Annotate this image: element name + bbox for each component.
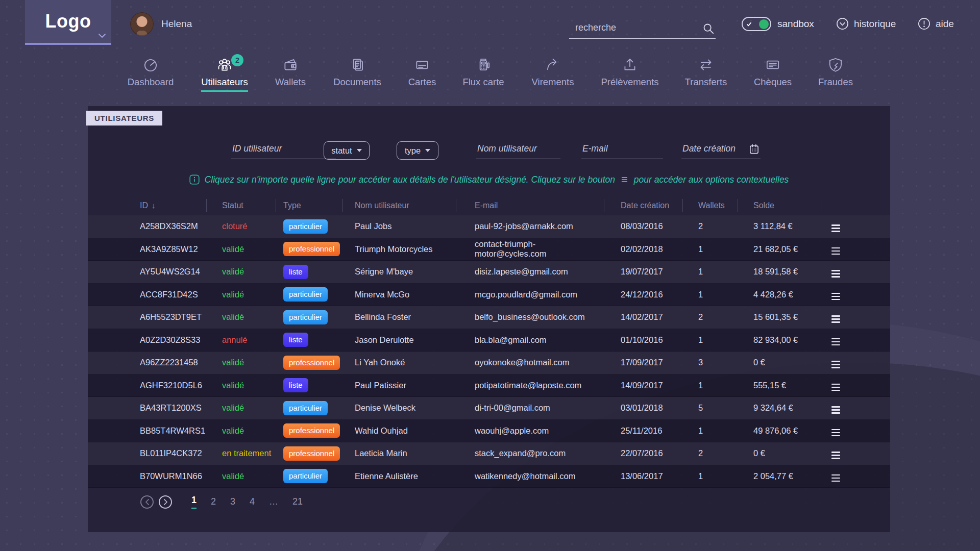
row-menu-button[interactable] — [829, 449, 842, 462]
column-header-type[interactable]: Type — [276, 199, 343, 212]
search-field — [569, 19, 716, 39]
table-row[interactable]: BA43RT1200XSvalidéparticulierDenise Welb… — [88, 397, 890, 420]
cell-email: disiz.lapeste@gmail.com — [456, 267, 604, 277]
search-icon[interactable] — [702, 22, 715, 35]
cell-nom: Sérigne M'baye — [343, 267, 456, 277]
caret-down-icon — [425, 149, 430, 152]
cell-actions — [821, 400, 890, 416]
cell-actions — [821, 468, 890, 484]
history-button[interactable]: historique — [836, 17, 896, 31]
tab-virements[interactable]: Virements — [514, 56, 591, 88]
cell-id: AGHF3210D5L6 — [88, 381, 207, 390]
column-header-e-mail[interactable]: E-mail — [456, 199, 604, 212]
sandbox-toggle[interactable] — [742, 17, 771, 31]
users-panel: UTILISATEURS statut type Cliquez sur n'i… — [88, 106, 890, 532]
terminal-icon — [445, 56, 522, 74]
cell-nom: Laeticia Marin — [343, 448, 456, 458]
row-menu-button[interactable] — [829, 381, 842, 394]
cell-type: professionnel — [276, 446, 343, 461]
tab-utilisateurs[interactable]: 2Utilisateurs — [186, 56, 263, 92]
row-menu-button[interactable] — [829, 290, 842, 303]
row-menu-button[interactable] — [829, 245, 842, 258]
page-title: UTILISATEURS — [86, 111, 162, 126]
column-header-wallets[interactable]: Wallets — [683, 199, 738, 212]
cell-email: potipatotimate@laposte.com — [456, 381, 604, 390]
cell-wallets: 1 — [683, 290, 738, 299]
row-menu-button[interactable] — [829, 427, 842, 439]
pagination-page-…[interactable]: … — [269, 496, 278, 507]
row-menu-button[interactable] — [829, 313, 842, 325]
users-icon — [186, 56, 263, 74]
table-row[interactable]: BB85T4RW4RS1validéprofessionnelWahid Ouh… — [88, 420, 890, 443]
cell-type: particulier — [276, 310, 343, 324]
info-text-before: Cliquez sur n'importe quelle ligne pour … — [205, 174, 615, 185]
logo-menu[interactable]: Logo — [25, 0, 111, 45]
table-row[interactable]: AY5U4WS2G14validélisteSérigne M'bayedisi… — [88, 261, 890, 284]
type-badge: particulier — [283, 310, 328, 324]
row-menu-button[interactable] — [829, 267, 842, 280]
cell-email: bla.bla@gmail.com — [456, 335, 604, 345]
cell-id: AY5U4WS2G14 — [88, 267, 207, 277]
filter-email-input[interactable] — [581, 143, 663, 159]
pagination-page-4[interactable]: 4 — [250, 496, 255, 507]
tab-pr-l-vements[interactable]: Prélèvements — [592, 56, 668, 88]
table-row[interactable]: A258DX36S2McloturéparticulierPaul Jobspa… — [88, 215, 890, 238]
column-header-solde[interactable]: Solde — [738, 199, 821, 212]
pagination-prev-button[interactable] — [140, 495, 154, 509]
tab-label: Virements — [532, 77, 574, 88]
row-menu-button[interactable] — [829, 358, 842, 371]
column-header-label: E-mail — [475, 201, 498, 210]
table-row[interactable]: A6H5523DT9ETvalidéparticulierBellinda Fo… — [88, 306, 890, 329]
cell-wallets: 1 — [683, 381, 738, 390]
sort-desc-icon: ↓ — [152, 201, 156, 210]
filter-type-select[interactable]: type — [397, 141, 438, 160]
tab-dashboard[interactable]: Dashboard — [112, 56, 189, 88]
column-header-nom-utilisateur[interactable]: Nom utilisateur — [343, 199, 456, 212]
column-header-label: Wallets — [698, 201, 725, 210]
column-header-date-cr-ation[interactable]: Date création — [604, 199, 683, 212]
column-header-id[interactable]: ID↓ — [88, 199, 207, 212]
column-header-statut[interactable]: Statut — [207, 199, 276, 212]
cell-nom: Denise Welbeck — [343, 403, 456, 413]
pagination-page-2[interactable]: 2 — [211, 496, 216, 507]
user-menu[interactable]: Helena — [130, 12, 192, 36]
user-name: Helena — [161, 18, 192, 30]
filter-nom-input[interactable] — [476, 143, 560, 159]
cell-statut: validé — [207, 312, 276, 322]
search-input[interactable] — [569, 22, 702, 38]
table-row[interactable]: AGHF3210D5L6validélistePaul Patissierpot… — [88, 374, 890, 397]
filter-statut-select[interactable]: statut — [324, 141, 370, 160]
send-icon — [514, 56, 591, 74]
row-menu-button[interactable] — [829, 404, 842, 416]
help-button[interactable]: aide — [917, 17, 954, 31]
row-menu-button[interactable] — [829, 336, 842, 348]
tab-flux-carte[interactable]: Flux carte — [445, 56, 522, 88]
pagination-next-button[interactable] — [159, 495, 172, 509]
cell-actions — [821, 332, 890, 348]
tab-transferts[interactable]: Transferts — [668, 56, 744, 88]
pagination-page-3[interactable]: 3 — [230, 496, 235, 507]
tab-wallets[interactable]: Wallets — [252, 56, 329, 88]
pagination-page-21[interactable]: 21 — [292, 496, 303, 507]
table-row[interactable]: ACC8F31D42SvalidéparticulierMinerva McGo… — [88, 284, 890, 307]
pagination-page-1[interactable]: 1 — [191, 495, 197, 509]
table-row[interactable]: AK3A9Z85W12validéprofessionnelTriumph Mo… — [88, 238, 890, 261]
sandbox-toggle-group[interactable]: sandbox — [742, 17, 814, 31]
row-menu-button[interactable] — [829, 222, 842, 235]
menu-glyph: ≡ — [621, 174, 628, 185]
tab-label: Fraudes — [818, 77, 853, 88]
cell-date-creation: 01/10/2016 — [604, 335, 683, 345]
filter-id-field — [231, 141, 336, 159]
type-badge: particulier — [283, 469, 328, 483]
filter-date-input[interactable] — [681, 143, 749, 159]
tab-fraudes[interactable]: Fraudes — [797, 56, 874, 88]
table-row[interactable]: A96ZZ2231458validéprofessionnelLi Yah On… — [88, 352, 890, 374]
table-row[interactable]: BL011IP4CK372en traitementprofessionnelL… — [88, 442, 890, 465]
table-row[interactable]: A0Z2D30Z8S33annulélisteJason Derulottebl… — [88, 329, 890, 352]
filter-id-input[interactable] — [231, 143, 336, 159]
calendar-icon[interactable] — [749, 143, 760, 155]
cell-statut: validé — [207, 381, 276, 390]
cell-solde: 3 112,84 € — [738, 221, 821, 231]
row-menu-button[interactable] — [829, 472, 842, 485]
table-row[interactable]: B70WURM1N66validéparticulierEtienne Auli… — [88, 465, 890, 488]
